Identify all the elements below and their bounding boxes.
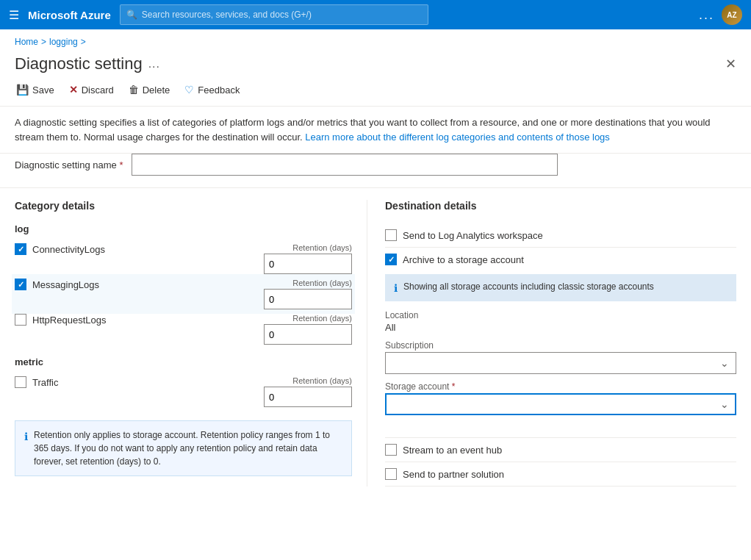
two-column-layout: Category details log ConnectivityLogs Re… — [0, 188, 751, 487]
nav-right: ... AZ — [699, 4, 742, 25]
messaging-retention-input[interactable] — [264, 289, 352, 309]
messaging-log-name: MessagingLogs — [32, 279, 99, 290]
save-button[interactable]: 💾 Save — [15, 81, 56, 98]
subscription-field: Subscription — [385, 340, 736, 374]
storage-account-select[interactable] — [385, 393, 736, 415]
httprequest-log-name: HttpRequestLogs — [32, 315, 106, 326]
dest-log-analytics: Send to Log Analytics workspace — [385, 223, 736, 248]
connectivity-retention: Retention (days) — [256, 243, 352, 274]
log-analytics-label: Send to Log Analytics workspace — [403, 230, 543, 241]
feedback-button[interactable]: ♡ Feedback — [183, 81, 241, 98]
traffic-retention: Retention (days) — [256, 376, 352, 407]
category-details-panel: Category details log ConnectivityLogs Re… — [15, 200, 367, 487]
httprequest-retention-input[interactable] — [264, 324, 352, 345]
discard-button[interactable]: ✕ Discard — [68, 81, 115, 98]
learn-more-link[interactable]: Learn more about the different log categ… — [305, 132, 610, 143]
search-bar[interactable]: 🔍 Search resources, services, and docs (… — [120, 4, 428, 25]
connectivity-retention-input[interactable] — [264, 254, 352, 274]
nav-more-icon[interactable]: ... — [699, 7, 714, 23]
connectivity-log-name: ConnectivityLogs — [32, 244, 105, 255]
connectivity-retention-label: Retention (days) — [292, 243, 352, 252]
top-nav: ☰ Microsoft Azure 🔍 Search resources, se… — [0, 0, 751, 29]
httprequest-retention-label: Retention (days) — [292, 314, 352, 323]
search-placeholder: Search resources, services, and docs (G+… — [142, 10, 312, 20]
dest-event-hub: Stream to an event hub — [385, 438, 736, 462]
messaging-retention-label: Retention (days) — [292, 279, 352, 287]
storage-account-label: Archive to a storage account — [403, 254, 524, 265]
delete-icon: 🗑 — [129, 84, 139, 96]
log-section-label: log — [15, 223, 352, 234]
httprequest-retention: Retention (days) — [256, 314, 352, 345]
log-analytics-checkbox[interactable] — [385, 229, 397, 241]
connectivity-checkbox-area: ConnectivityLogs — [15, 243, 256, 255]
diag-name-input[interactable] — [132, 154, 558, 176]
diagnostic-name-row: Diagnostic setting name * — [0, 154, 751, 188]
dest-storage-account: Archive to a storage account ℹ Showing a… — [385, 248, 736, 438]
diag-name-label: Diagnostic setting name * — [15, 159, 123, 170]
traffic-metric-name: Traffic — [32, 377, 58, 388]
httprequest-checkbox-area: HttpRequestLogs — [15, 314, 256, 326]
page-title-area: Diagnostic setting ... — [15, 54, 160, 73]
log-item-messaging: MessagingLogs Retention (days) — [12, 274, 355, 314]
dest-partner: Send to partner solution — [385, 462, 736, 487]
messaging-checkbox-area: MessagingLogs — [15, 279, 256, 290]
traffic-retention-label: Retention (days) — [292, 376, 352, 385]
storage-info-icon: ℹ — [394, 282, 398, 294]
info-icon: ℹ — [24, 429, 28, 468]
delete-button[interactable]: 🗑 Delete — [127, 81, 172, 98]
httprequest-checkbox[interactable] — [15, 314, 26, 326]
storage-required-indicator: * — [452, 381, 456, 392]
storage-info-text: Showing all storage accounts including c… — [403, 281, 654, 294]
traffic-checkbox[interactable] — [15, 376, 26, 388]
search-icon: 🔍 — [126, 10, 137, 20]
toolbar: 💾 Save ✕ Discard 🗑 Delete ♡ Feedback — [0, 73, 751, 107]
subscription-select[interactable] — [385, 352, 736, 374]
storage-account-checkbox[interactable] — [385, 254, 397, 265]
storage-account-field-label: Storage account * — [385, 381, 736, 392]
close-button[interactable]: ✕ — [725, 57, 736, 71]
log-item-connectivity: ConnectivityLogs Retention (days) — [15, 240, 352, 277]
main-content: Home > logging > Diagnostic setting ... … — [0, 29, 751, 560]
breadcrumb: Home > logging > — [0, 29, 751, 51]
traffic-retention-input[interactable] — [264, 387, 352, 407]
location-field: Location All — [385, 310, 736, 333]
dest-storage-option: Archive to a storage account — [385, 248, 736, 268]
page-header: Diagnostic setting ... ✕ — [0, 51, 751, 73]
brand-name: Microsoft Azure — [28, 9, 111, 21]
description-area: A diagnostic setting specifies a list of… — [0, 107, 751, 154]
messaging-retention: Retention (days) — [256, 279, 352, 309]
storage-account-select-wrapper — [385, 393, 736, 415]
event-hub-checkbox[interactable] — [385, 444, 397, 456]
retention-info-text: Retention only applies to storage accoun… — [34, 428, 342, 468]
log-item-traffic: Traffic Retention (days) — [15, 373, 352, 410]
category-details-label: Category details — [15, 200, 352, 212]
page-more-icon[interactable]: ... — [148, 57, 160, 71]
storage-expanded-content: ℹ Showing all storage accounts including… — [385, 268, 736, 428]
log-category-group: log ConnectivityLogs Retention (days) — [15, 223, 352, 348]
breadcrumb-logging[interactable]: logging — [49, 37, 78, 47]
partner-label: Send to partner solution — [403, 469, 504, 480]
save-icon: 💾 — [16, 84, 29, 96]
destination-details-label: Destination details — [385, 200, 736, 212]
storage-info-box: ℹ Showing all storage accounts including… — [385, 274, 736, 301]
metric-category-group: metric Traffic Retention (days) — [15, 356, 352, 410]
retention-info-box: ℹ Retention only applies to storage acco… — [15, 420, 352, 476]
breadcrumb-sep2: > — [81, 37, 86, 47]
location-label: Location — [385, 310, 736, 320]
subscription-select-wrapper — [385, 352, 736, 374]
log-item-httprequest: HttpRequestLogs Retention (days) — [15, 311, 352, 348]
page-title: Diagnostic setting — [15, 54, 143, 73]
feedback-icon: ♡ — [184, 84, 194, 96]
messaging-checkbox[interactable] — [15, 279, 26, 290]
avatar: AZ — [722, 4, 742, 25]
breadcrumb-sep1: > — [41, 37, 46, 47]
storage-account-field: Storage account * — [385, 381, 736, 415]
hamburger-icon[interactable]: ☰ — [9, 8, 19, 22]
connectivity-checkbox[interactable] — [15, 243, 26, 255]
partner-checkbox[interactable] — [385, 468, 397, 480]
required-indicator: * — [119, 159, 123, 170]
traffic-checkbox-area: Traffic — [15, 376, 256, 388]
breadcrumb-home[interactable]: Home — [15, 37, 38, 47]
discard-icon: ✕ — [69, 84, 78, 96]
location-value: All — [385, 322, 736, 333]
